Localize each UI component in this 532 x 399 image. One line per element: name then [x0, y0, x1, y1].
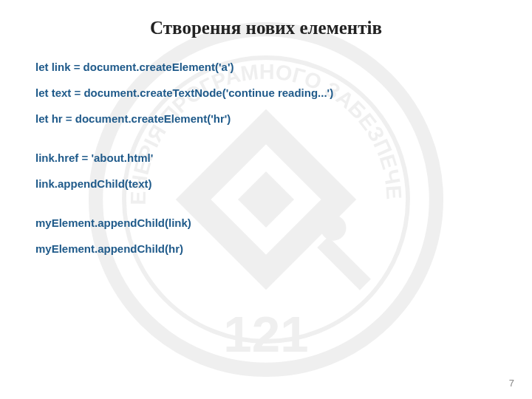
code-line: myElement.appendChild(hr)	[35, 241, 502, 256]
page-number: 7	[509, 378, 514, 389]
code-line: link.href = 'about.html'	[35, 150, 502, 166]
code-line: let hr = document.createElement('hr')	[35, 111, 502, 126]
slide-container: Створення нових елементів let link = doc…	[0, 0, 532, 399]
code-line: myElement.appendChild(link)	[35, 215, 502, 231]
code-gap	[35, 202, 502, 215]
code-line: link.appendChild(text)	[35, 176, 502, 191]
slide-title: Створення нових елементів	[30, 18, 502, 38]
code-line: let link = document.createElement('a')	[35, 59, 502, 75]
code-block: let link = document.createElement('a') l…	[30, 59, 502, 256]
code-line: let text = document.createTextNode('cont…	[35, 85, 502, 100]
code-gap	[35, 137, 502, 150]
